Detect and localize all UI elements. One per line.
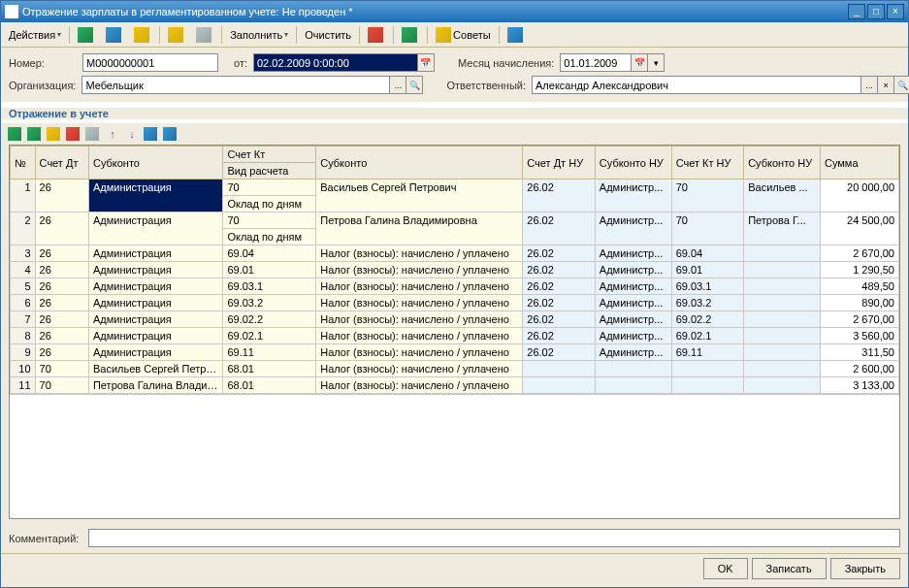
maximize-button[interactable]: □ bbox=[867, 4, 885, 19]
copy-button[interactable] bbox=[191, 25, 218, 45]
table-row[interactable]: 326Администрация69.04Налог (взносы): нач… bbox=[11, 245, 899, 262]
cell-n[interactable]: 9 bbox=[11, 344, 36, 361]
edit-row-button[interactable] bbox=[46, 125, 63, 143]
table-row[interactable]: 1070Васильев Сергей Петров...68.01Налог … bbox=[11, 361, 899, 377]
org-select-button[interactable]: ... bbox=[390, 76, 406, 94]
cell-kt[interactable]: 69.03.2 bbox=[223, 295, 316, 311]
cell-dtnu[interactable]: 26.02 bbox=[523, 344, 596, 361]
cell-subkonto[interactable]: Администрация bbox=[88, 278, 222, 295]
cell-subnu2[interactable] bbox=[744, 328, 821, 344]
cell-subkonto[interactable]: Администрация bbox=[88, 311, 222, 328]
cell-subkonto2[interactable]: Налог (взносы): начислено / уплачено bbox=[316, 245, 523, 262]
cell-n[interactable]: 11 bbox=[11, 377, 36, 394]
col-summa[interactable]: Сумма bbox=[820, 147, 898, 180]
number-input[interactable] bbox=[82, 53, 218, 72]
cell-subkonto[interactable]: Администрация bbox=[88, 212, 222, 245]
cell-n[interactable]: 6 bbox=[11, 295, 36, 311]
resp-select-button[interactable]: ... bbox=[861, 76, 878, 94]
cell-ktnu[interactable]: 69.01 bbox=[671, 262, 744, 278]
col-schet-kt[interactable]: Счет Кт bbox=[223, 147, 316, 163]
table-row[interactable]: 1170Петрова Галина Владим...68.01Налог (… bbox=[11, 377, 899, 394]
write-button[interactable]: Записать bbox=[752, 558, 827, 579]
entries-table[interactable]: № Счет Дт Субконто Счет Кт Субконто Счет… bbox=[10, 146, 899, 394]
cell-subnu2[interactable] bbox=[744, 377, 821, 394]
cell-subnu2[interactable]: Васильев ... bbox=[744, 180, 821, 212]
cell-ktnu[interactable] bbox=[671, 377, 744, 394]
cell-subnu[interactable] bbox=[595, 361, 671, 377]
cell-dtnu[interactable]: 26.02 bbox=[523, 212, 596, 245]
cell-kt[interactable]: 68.01 bbox=[223, 361, 316, 377]
minimize-button[interactable]: _ bbox=[848, 4, 865, 19]
col-schetdt-nu[interactable]: Счет Дт НУ bbox=[523, 147, 596, 180]
cell-kt[interactable]: 69.03.1 bbox=[223, 278, 316, 295]
cell-n[interactable]: 3 bbox=[11, 245, 36, 262]
table-row[interactable]: 226Администрация70Петрова Галина Владими… bbox=[11, 212, 899, 229]
cell-subkonto[interactable]: Администрация bbox=[88, 262, 222, 278]
date-input[interactable] bbox=[253, 53, 418, 72]
cell-dt[interactable]: 70 bbox=[35, 377, 88, 394]
cell-kt[interactable]: 70 bbox=[223, 180, 316, 196]
cell-dtnu[interactable]: 26.02 bbox=[523, 180, 596, 212]
cell-n[interactable]: 4 bbox=[11, 262, 36, 278]
cell-subnu[interactable]: Администр... bbox=[595, 262, 671, 278]
cell-ktnu[interactable]: 69.02.1 bbox=[671, 328, 744, 344]
cell-dt[interactable]: 26 bbox=[35, 344, 88, 361]
actions-menu[interactable]: Действия bbox=[4, 25, 66, 45]
sort-asc-button[interactable] bbox=[143, 125, 160, 143]
cell-dt[interactable]: 26 bbox=[35, 245, 88, 262]
cell-subkonto[interactable]: Администрация bbox=[88, 344, 222, 361]
cell-dt[interactable]: 26 bbox=[35, 262, 88, 278]
resp-open-button[interactable]: 🔍 bbox=[894, 76, 909, 94]
cell-subkonto2[interactable]: Налог (взносы): начислено / уплачено bbox=[316, 361, 523, 377]
month-input[interactable] bbox=[560, 53, 632, 72]
cell-dtnu[interactable] bbox=[523, 361, 596, 377]
fill-button[interactable]: Заполнить bbox=[225, 25, 293, 45]
cell-dt[interactable]: 70 bbox=[35, 361, 88, 377]
col-schet-dt[interactable]: Счет Дт bbox=[35, 147, 88, 180]
cell-subnu[interactable]: Администр... bbox=[595, 245, 671, 262]
cell-kt[interactable]: 69.02.2 bbox=[223, 311, 316, 328]
cell-sum[interactable]: 311,50 bbox=[820, 344, 898, 361]
cell-n[interactable]: 5 bbox=[11, 278, 36, 295]
cell-sum[interactable]: 24 500,00 bbox=[820, 212, 898, 245]
cell-ktnu[interactable]: 69.03.1 bbox=[671, 278, 744, 295]
add-row-button[interactable] bbox=[7, 125, 24, 143]
cell-subnu[interactable]: Администр... bbox=[595, 328, 671, 344]
cell-ktnu[interactable]: 70 bbox=[671, 212, 744, 245]
cell-subkonto2[interactable]: Петрова Галина Владимировна bbox=[316, 212, 523, 245]
cell-subnu2[interactable] bbox=[744, 262, 821, 278]
cell-dt[interactable]: 26 bbox=[35, 278, 88, 295]
cell-subkonto[interactable]: Администрация bbox=[88, 328, 222, 344]
help-button[interactable] bbox=[503, 25, 530, 45]
cell-subkonto2[interactable]: Налог (взносы): начислено / уплачено bbox=[316, 278, 523, 295]
cell-subnu[interactable]: Администр... bbox=[595, 212, 671, 245]
cell-sum[interactable]: 489,50 bbox=[820, 278, 898, 295]
cell-subkonto[interactable]: Петрова Галина Владим... bbox=[88, 377, 222, 394]
cell-n[interactable]: 10 bbox=[11, 361, 36, 377]
cell-vid[interactable]: Оклад по дням bbox=[223, 196, 316, 212]
date-picker-button[interactable]: 📅 bbox=[418, 53, 435, 72]
cell-sum[interactable]: 2 600,00 bbox=[820, 361, 898, 377]
cell-sum[interactable]: 1 290,50 bbox=[820, 262, 898, 278]
table-row[interactable]: 726Администрация69.02.2Налог (взносы): н… bbox=[11, 311, 899, 328]
cell-subkonto2[interactable]: Васильев Сергей Петрович bbox=[316, 180, 523, 212]
delete-row-button[interactable] bbox=[65, 125, 82, 143]
comment-input[interactable] bbox=[88, 529, 900, 547]
cell-sum[interactable]: 20 000,00 bbox=[820, 180, 898, 212]
cell-dtnu[interactable]: 26.02 bbox=[523, 262, 596, 278]
col-n[interactable]: № bbox=[11, 147, 36, 180]
cell-sum[interactable]: 3 133,00 bbox=[820, 377, 898, 394]
cell-subkonto2[interactable]: Налог (взносы): начислено / уплачено bbox=[316, 295, 523, 311]
cell-subnu[interactable] bbox=[595, 377, 671, 394]
cell-dtnu[interactable]: 26.02 bbox=[523, 295, 596, 311]
ok-button[interactable]: OK bbox=[703, 558, 748, 579]
col-subkonto-nu[interactable]: Субконто НУ bbox=[595, 147, 671, 180]
cell-ktnu[interactable]: 69.04 bbox=[671, 245, 744, 262]
add-copy-button[interactable] bbox=[26, 125, 44, 143]
close-button[interactable]: × bbox=[887, 4, 904, 19]
move-down-button[interactable]: ↓ bbox=[123, 125, 141, 143]
cell-subkonto[interactable]: Васильев Сергей Петров... bbox=[88, 361, 222, 377]
cell-ktnu[interactable]: 70 bbox=[671, 180, 744, 212]
cell-dt[interactable]: 26 bbox=[35, 328, 88, 344]
cell-kt[interactable]: 69.02.1 bbox=[223, 328, 316, 344]
